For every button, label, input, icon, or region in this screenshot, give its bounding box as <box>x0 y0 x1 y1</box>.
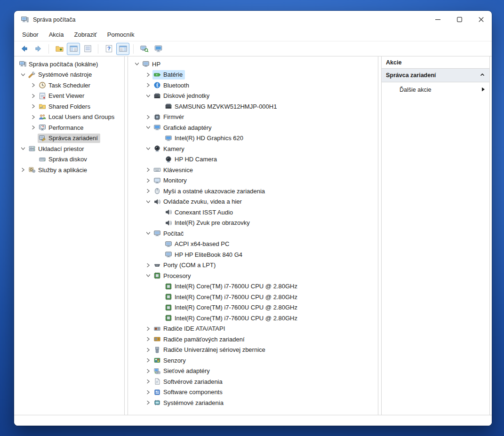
tree-item-klavesnice[interactable]: Klávesnice <box>128 165 378 175</box>
menu-akcia[interactable]: Akcia <box>44 29 69 40</box>
tree-item-radice-univerzalnej-seriovej-zbernice[interactable]: Radiče Univerzálnej sériovej zbernice <box>128 345 378 356</box>
chevron-right-icon[interactable] <box>144 388 152 396</box>
tree-item-sprava-pocitaca-lokalne[interactable]: Správa počítača (lokálne) <box>14 59 124 70</box>
tree-item-ukladaci-priestor[interactable]: Ukladací priestor <box>14 143 124 154</box>
tree-item-content: Intel(R) Core(TM) i7-7600U CPU @ 2.80GHz <box>164 292 300 301</box>
chevron-right-icon[interactable] <box>144 325 152 333</box>
chevron-right-icon[interactable] <box>144 176 152 185</box>
tree-item-software-components[interactable]: Software components <box>128 387 378 398</box>
chevron-right-icon[interactable] <box>144 335 152 343</box>
forward-button[interactable] <box>32 43 45 55</box>
chevron-right-icon[interactable] <box>144 356 152 365</box>
scan-hardware-changes-button[interactable] <box>137 43 151 55</box>
up-one-level-button[interactable] <box>53 43 66 55</box>
chevron-down-icon[interactable] <box>19 144 27 153</box>
tree-item-senzory[interactable]: Senzory <box>128 355 378 366</box>
chevron-right-icon[interactable] <box>144 113 152 121</box>
back-button[interactable] <box>17 43 31 55</box>
chevron-down-icon[interactable] <box>133 60 141 68</box>
tree-item-monitory[interactable]: Monitory <box>128 175 378 186</box>
chevron-right-icon[interactable] <box>144 261 152 270</box>
tree-item-conexant-isst-audio[interactable]: Conexant ISST Audio <box>128 207 378 218</box>
tree-item-kamery[interactable]: Kamery <box>128 143 378 154</box>
tree-item-radice-pamatovych-zariadeni[interactable]: Radiče pamäťových zariadení <box>128 334 378 345</box>
tree-item-hp[interactable]: HP <box>128 59 378 70</box>
chevron-right-icon[interactable] <box>144 81 152 89</box>
tree-item-label: Intel(R) Core(TM) i7-7600U CPU @ 2.80GHz <box>175 304 297 311</box>
tree-item-firmver[interactable]: Firmvér <box>128 112 378 123</box>
tree-item-task-scheduler[interactable]: Task Scheduler <box>14 80 124 91</box>
tree-item-samsung-mzvkw512hmjp-000h1[interactable]: SAMSUNG MZVKW512HMJP-000H1 <box>128 101 378 112</box>
chevron-up-icon[interactable] <box>480 72 485 79</box>
tree-item-intel-r-core-tm-i7-7600u-cpu-2-80ghz[interactable]: Intel(R) Core(TM) i7-7600U CPU @ 2.80GHz <box>128 313 378 324</box>
chevron-right-icon[interactable] <box>29 81 38 89</box>
chevron-right-icon[interactable] <box>144 187 152 195</box>
chevron-down-icon[interactable] <box>144 229 152 238</box>
expander-spacer <box>155 155 164 164</box>
chevron-right-icon[interactable] <box>144 71 152 79</box>
chevron-right-icon[interactable] <box>29 102 38 111</box>
tree-item-systemove-nastroje[interactable]: Systémové nástroje <box>14 70 124 80</box>
chevron-right-icon[interactable] <box>29 113 38 121</box>
minimize-button[interactable] <box>427 11 448 28</box>
chevron-down-icon[interactable] <box>144 144 152 153</box>
device-view-button[interactable] <box>152 43 165 55</box>
chevron-down-icon[interactable] <box>144 92 152 100</box>
tree-item-shared-folders[interactable]: Shared Folders <box>14 101 124 112</box>
tree-item-porty-com-a-lpt[interactable]: Porty (COM a LPT) <box>128 260 378 271</box>
tree-item-label: Radiče Univerzálnej sériovej zbernice <box>163 346 265 353</box>
chevron-right-icon[interactable] <box>144 346 152 354</box>
tree-item-intel-r-hd-graphics-620[interactable]: Intel(R) HD Graphics 620 <box>128 133 378 144</box>
help-button[interactable]: ? <box>102 43 115 55</box>
chevron-down-icon[interactable] <box>144 198 152 206</box>
chevron-down-icon[interactable] <box>19 71 27 79</box>
tree-item-hp-hp-elitebook-840-g4[interactable]: HP HP EliteBook 840 G4 <box>128 249 378 260</box>
chevron-right-icon[interactable] <box>144 166 152 174</box>
tree-item-sprava-diskov[interactable]: Správa diskov <box>14 154 124 165</box>
tree-item-mysi-a-ostatne-ukazovacie-zariadenia[interactable]: Myši a ostatné ukazovacie zariadenia <box>128 186 378 197</box>
tree-item-acpi-x64-based-pc[interactable]: ACPI x64-based PC <box>128 239 378 250</box>
tree-item-sluzby-a-aplikacie[interactable]: Služby a aplikácie <box>14 165 124 175</box>
chevron-right-icon[interactable] <box>29 123 38 132</box>
export-list-button[interactable] <box>81 43 94 55</box>
chevron-right-icon[interactable] <box>29 92 38 100</box>
chevron-right-icon[interactable] <box>19 166 27 174</box>
maximize-button[interactable] <box>448 11 470 28</box>
chevron-down-icon[interactable] <box>144 271 152 280</box>
menu-subor[interactable]: Súbor <box>17 29 44 40</box>
tree-item-sietove-adaptery[interactable]: Sieťové adaptéry <box>128 366 378 377</box>
tree-item-content: Task Scheduler <box>38 80 93 90</box>
chevron-down-icon[interactable] <box>144 123 152 132</box>
menu-zobrazit[interactable]: Zobraziť <box>69 29 102 40</box>
window-title: Správa počítača <box>33 16 75 23</box>
action-section-device-manager[interactable]: Správca zariadení <box>382 69 489 82</box>
tree-item-hp-hd-camera[interactable]: HP HD Camera <box>128 154 378 165</box>
tree-item-performance[interactable]: Performance <box>14 122 124 133</box>
tree-item-bluetooth[interactable]: Bluetooth <box>128 80 378 91</box>
tree-item-label: Task Scheduler <box>48 82 90 89</box>
tree-item-diskove-jednotky[interactable]: Diskové jednotky <box>128 91 378 102</box>
tree-item-ovladace-zvuku-videa-a-hier[interactable]: Ovládače zvuku, videa a hier <box>128 197 378 207</box>
chevron-right-icon[interactable] <box>144 398 152 407</box>
tree-item-intel-r-core-tm-i7-7600u-cpu-2-80ghz[interactable]: Intel(R) Core(TM) i7-7600U CPU @ 2.80GHz <box>128 292 378 302</box>
tree-item-intel-r-core-tm-i7-7600u-cpu-2-80ghz[interactable]: Intel(R) Core(TM) i7-7600U CPU @ 2.80GHz <box>128 281 378 292</box>
tree-item-softverove-zariadenia[interactable]: Softvérové zariadenia <box>128 376 378 387</box>
tree-item-graficke-adaptery[interactable]: Grafické adaptéry <box>128 122 378 133</box>
more-actions-item[interactable]: Ďalšie akcie <box>382 82 489 97</box>
tree-item-systemove-zariadenia[interactable]: Systémové zariadenia <box>128 397 378 408</box>
chevron-right-icon[interactable] <box>144 367 152 375</box>
tree-item-pocitac[interactable]: Počítač <box>128 228 378 239</box>
tree-item-radice-ide-ata-atapi[interactable]: Radiče IDE ATA/ATAPI <box>128 324 378 334</box>
show-action-pane-button[interactable] <box>116 43 129 55</box>
tree-item-local-users-and-groups[interactable]: Local Users and Groups <box>14 112 124 123</box>
show-console-tree-button[interactable] <box>67 43 80 55</box>
tree-item-baterie[interactable]: Batérie <box>128 70 378 80</box>
tree-item-procesory[interactable]: Procesory <box>128 270 378 281</box>
tree-item-intel-r-core-tm-i7-7600u-cpu-2-80ghz[interactable]: Intel(R) Core(TM) i7-7600U CPU @ 2.80GHz <box>128 302 378 313</box>
tree-item-spravca-zariadeni[interactable]: Správca zariadení <box>14 133 124 144</box>
tree-item-event-viewer[interactable]: Event Viewer <box>14 91 124 102</box>
tree-item-intel-r-zvuk-pre-obrazovky[interactable]: Intel(R) Zvuk pre obrazovky <box>128 218 378 229</box>
menu-pomocnik[interactable]: Pomocník <box>102 29 140 40</box>
chevron-right-icon[interactable] <box>144 377 152 386</box>
close-button[interactable] <box>470 11 492 28</box>
